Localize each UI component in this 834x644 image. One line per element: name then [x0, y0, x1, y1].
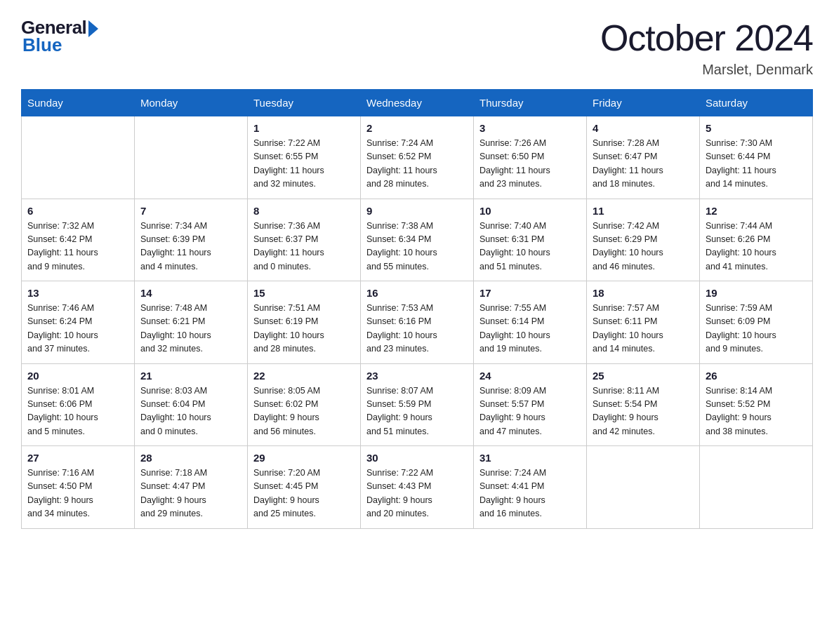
table-row: 11Sunrise: 7:42 AM Sunset: 6:29 PM Dayli…	[587, 199, 700, 281]
day-info: Sunrise: 7:28 AM Sunset: 6:47 PM Dayligh…	[593, 137, 694, 192]
day-number: 1	[253, 122, 355, 134]
day-number: 7	[140, 205, 241, 217]
table-row: 13Sunrise: 7:46 AM Sunset: 6:24 PM Dayli…	[22, 281, 135, 364]
table-row: 8Sunrise: 7:36 AM Sunset: 6:37 PM Daylig…	[248, 199, 361, 281]
week-row-4: 20Sunrise: 8:01 AM Sunset: 6:06 PM Dayli…	[22, 363, 813, 446]
day-info: Sunrise: 7:22 AM Sunset: 6:55 PM Dayligh…	[253, 137, 355, 192]
table-row: 15Sunrise: 7:51 AM Sunset: 6:19 PM Dayli…	[248, 281, 361, 364]
table-row: 18Sunrise: 7:57 AM Sunset: 6:11 PM Dayli…	[587, 281, 700, 364]
header-sunday: Sunday	[22, 90, 135, 116]
table-row: 29Sunrise: 7:20 AM Sunset: 4:45 PM Dayli…	[248, 446, 361, 529]
day-info: Sunrise: 8:07 AM Sunset: 5:59 PM Dayligh…	[366, 384, 468, 439]
table-row: 21Sunrise: 8:03 AM Sunset: 6:04 PM Dayli…	[135, 363, 248, 446]
day-number: 31	[479, 452, 581, 464]
day-info: Sunrise: 7:55 AM Sunset: 6:14 PM Dayligh…	[479, 302, 581, 356]
day-number: 28	[140, 452, 241, 464]
table-row: 20Sunrise: 8:01 AM Sunset: 6:06 PM Dayli…	[22, 363, 135, 446]
calendar-header: SundayMondayTuesdayWednesdayThursdayFrid…	[22, 90, 813, 116]
header-saturday: Saturday	[700, 90, 813, 116]
table-row: 9Sunrise: 7:38 AM Sunset: 6:34 PM Daylig…	[361, 199, 474, 281]
table-row: 6Sunrise: 7:32 AM Sunset: 6:42 PM Daylig…	[22, 199, 135, 281]
day-number: 4	[593, 122, 694, 134]
day-number: 17	[479, 287, 581, 299]
week-row-2: 6Sunrise: 7:32 AM Sunset: 6:42 PM Daylig…	[22, 199, 813, 281]
logo-blue-text: Blue	[22, 34, 62, 56]
day-number: 22	[253, 370, 355, 382]
header-tuesday: Tuesday	[248, 90, 361, 116]
day-info: Sunrise: 7:26 AM Sunset: 6:50 PM Dayligh…	[479, 137, 581, 192]
day-number: 5	[706, 122, 807, 134]
day-number: 6	[27, 205, 128, 217]
day-number: 19	[706, 287, 807, 299]
day-info: Sunrise: 7:18 AM Sunset: 4:47 PM Dayligh…	[140, 467, 241, 521]
table-row: 24Sunrise: 8:09 AM Sunset: 5:57 PM Dayli…	[474, 363, 587, 446]
day-number: 3	[479, 122, 581, 134]
day-info: Sunrise: 8:05 AM Sunset: 6:02 PM Dayligh…	[253, 384, 355, 439]
day-number: 23	[366, 370, 468, 382]
header-thursday: Thursday	[474, 90, 587, 116]
page-header: General Blue October 2024 Marslet, Denma…	[21, 17, 813, 78]
day-info: Sunrise: 7:38 AM Sunset: 6:34 PM Dayligh…	[366, 220, 468, 274]
header-friday: Friday	[587, 90, 700, 116]
day-info: Sunrise: 7:48 AM Sunset: 6:21 PM Dayligh…	[140, 302, 241, 356]
month-title: October 2024	[600, 17, 813, 59]
day-number: 13	[27, 287, 128, 299]
day-number: 18	[593, 287, 694, 299]
table-row: 5Sunrise: 7:30 AM Sunset: 6:44 PM Daylig…	[700, 116, 813, 199]
day-info: Sunrise: 8:03 AM Sunset: 6:04 PM Dayligh…	[140, 384, 241, 439]
table-row: 14Sunrise: 7:48 AM Sunset: 6:21 PM Dayli…	[135, 281, 248, 364]
day-info: Sunrise: 8:09 AM Sunset: 5:57 PM Dayligh…	[479, 384, 581, 439]
day-number: 16	[366, 287, 468, 299]
day-info: Sunrise: 7:32 AM Sunset: 6:42 PM Dayligh…	[27, 220, 128, 274]
day-number: 14	[140, 287, 241, 299]
day-info: Sunrise: 7:53 AM Sunset: 6:16 PM Dayligh…	[366, 302, 468, 356]
table-row: 26Sunrise: 8:14 AM Sunset: 5:52 PM Dayli…	[700, 363, 813, 446]
day-info: Sunrise: 7:22 AM Sunset: 4:43 PM Dayligh…	[366, 467, 468, 521]
table-row: 25Sunrise: 8:11 AM Sunset: 5:54 PM Dayli…	[587, 363, 700, 446]
calendar-body: 1Sunrise: 7:22 AM Sunset: 6:55 PM Daylig…	[22, 116, 813, 529]
header-wednesday: Wednesday	[361, 90, 474, 116]
day-number: 12	[706, 205, 807, 217]
table-row: 30Sunrise: 7:22 AM Sunset: 4:43 PM Dayli…	[361, 446, 474, 529]
table-row: 3Sunrise: 7:26 AM Sunset: 6:50 PM Daylig…	[474, 116, 587, 199]
week-row-3: 13Sunrise: 7:46 AM Sunset: 6:24 PM Dayli…	[22, 281, 813, 364]
day-number: 2	[366, 122, 468, 134]
table-row: 10Sunrise: 7:40 AM Sunset: 6:31 PM Dayli…	[474, 199, 587, 281]
table-row: 22Sunrise: 8:05 AM Sunset: 6:02 PM Dayli…	[248, 363, 361, 446]
table-row: 19Sunrise: 7:59 AM Sunset: 6:09 PM Dayli…	[700, 281, 813, 364]
day-number: 20	[27, 370, 128, 382]
day-number: 21	[140, 370, 241, 382]
day-info: Sunrise: 7:16 AM Sunset: 4:50 PM Dayligh…	[27, 467, 128, 521]
table-row: 17Sunrise: 7:55 AM Sunset: 6:14 PM Dayli…	[474, 281, 587, 364]
day-number: 27	[27, 452, 128, 464]
day-info: Sunrise: 7:57 AM Sunset: 6:11 PM Dayligh…	[593, 302, 694, 356]
day-info: Sunrise: 7:42 AM Sunset: 6:29 PM Dayligh…	[593, 220, 694, 274]
table-row	[135, 116, 248, 199]
day-info: Sunrise: 7:51 AM Sunset: 6:19 PM Dayligh…	[253, 302, 355, 356]
header-row: SundayMondayTuesdayWednesdayThursdayFrid…	[22, 90, 813, 116]
day-number: 8	[253, 205, 355, 217]
table-row	[587, 446, 700, 529]
week-row-5: 27Sunrise: 7:16 AM Sunset: 4:50 PM Dayli…	[22, 446, 813, 529]
day-number: 11	[593, 205, 694, 217]
day-number: 10	[479, 205, 581, 217]
day-info: Sunrise: 7:24 AM Sunset: 4:41 PM Dayligh…	[479, 467, 581, 521]
table-row: 31Sunrise: 7:24 AM Sunset: 4:41 PM Dayli…	[474, 446, 587, 529]
table-row: 1Sunrise: 7:22 AM Sunset: 6:55 PM Daylig…	[248, 116, 361, 199]
table-row	[22, 116, 135, 199]
day-number: 29	[253, 452, 355, 464]
table-row: 27Sunrise: 7:16 AM Sunset: 4:50 PM Dayli…	[22, 446, 135, 529]
header-monday: Monday	[135, 90, 248, 116]
day-number: 9	[366, 205, 468, 217]
day-info: Sunrise: 7:24 AM Sunset: 6:52 PM Dayligh…	[366, 137, 468, 192]
day-number: 26	[706, 370, 807, 382]
logo-arrow-icon	[88, 20, 98, 37]
title-section: October 2024 Marslet, Denmark	[600, 17, 813, 78]
table-row: 7Sunrise: 7:34 AM Sunset: 6:39 PM Daylig…	[135, 199, 248, 281]
day-info: Sunrise: 8:01 AM Sunset: 6:06 PM Dayligh…	[27, 384, 128, 439]
day-number: 25	[593, 370, 694, 382]
table-row: 28Sunrise: 7:18 AM Sunset: 4:47 PM Dayli…	[135, 446, 248, 529]
week-row-1: 1Sunrise: 7:22 AM Sunset: 6:55 PM Daylig…	[22, 116, 813, 199]
table-row: 2Sunrise: 7:24 AM Sunset: 6:52 PM Daylig…	[361, 116, 474, 199]
calendar-table: SundayMondayTuesdayWednesdayThursdayFrid…	[21, 89, 813, 529]
